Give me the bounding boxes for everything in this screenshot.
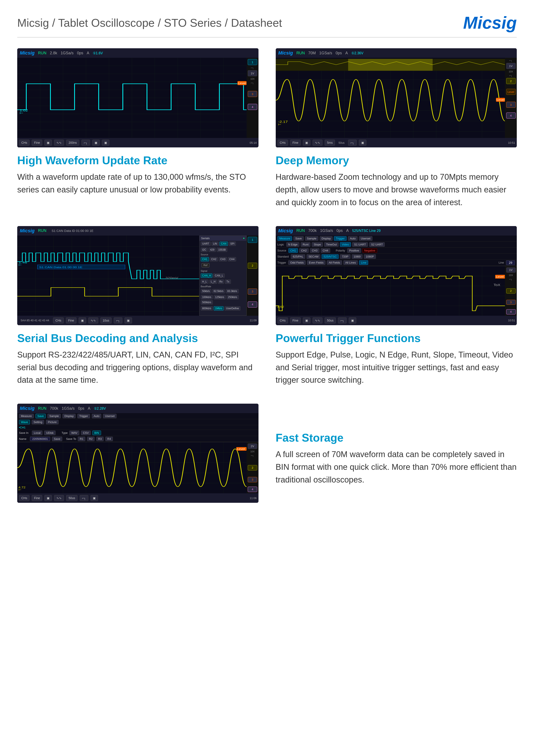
trig-secam[interactable]: SECAM (307, 254, 320, 259)
trig-measure[interactable]: Measure (277, 236, 292, 241)
trig-ch4-4[interactable]: CH4 (321, 248, 330, 253)
stor-picture[interactable]: Picture (46, 420, 58, 424)
btn-hl[interactable]: H_L (201, 280, 209, 284)
stor-local[interactable]: Local (32, 431, 42, 435)
stor-trigger[interactable]: Trigger (77, 414, 90, 418)
btn-ch1-3[interactable]: CH1 (201, 257, 209, 261)
stor-r3[interactable]: R3 (96, 437, 104, 441)
bottom-fine-4[interactable]: Fine (290, 317, 301, 323)
bottom-icon1-2[interactable]: ▣ (303, 140, 310, 146)
trig-trigger[interactable]: Trigger (334, 236, 346, 241)
trig-odd[interactable]: Odd Fields (288, 260, 306, 265)
bottom-icon3-2[interactable]: ▣ (359, 140, 367, 146)
trig-save[interactable]: Save (293, 236, 304, 241)
stor-auto[interactable]: Auto (92, 414, 101, 418)
btn-ch2-3[interactable]: CH2 (210, 257, 218, 261)
btn-lh[interactable]: L_H (209, 280, 217, 284)
btn-user[interactable]: UserDefine (224, 306, 241, 310)
trig-slope[interactable]: Slope (312, 242, 323, 247)
btn-lin[interactable]: LIN (212, 242, 219, 246)
bottom-time-3[interactable]: 10us (100, 317, 112, 323)
bottom-time-1[interactable]: 200ns (66, 140, 79, 146)
sidebar-btn-4[interactable]: 4 (248, 104, 257, 110)
btn-83k[interactable]: 83.3kb/s (226, 289, 239, 293)
sidebar-btn-2c[interactable]: 2 (248, 263, 257, 269)
sidebar-btn-3c[interactable]: 3 (248, 288, 257, 295)
btn-62k[interactable]: 62.5kb/s (212, 289, 225, 293)
bottom-fine-1[interactable]: Fine (32, 140, 42, 146)
btn-canl[interactable]: CAN_L (213, 274, 225, 278)
sidebar-btn-1c[interactable]: 1 (248, 237, 257, 243)
bottom-icon2-1[interactable]: ⌐┐ (81, 140, 90, 146)
trig-alllines[interactable]: All Lines (343, 260, 358, 265)
stor-measure[interactable]: Measure (19, 414, 34, 418)
trig-1080p[interactable]: 1080P (364, 254, 376, 259)
btn-rx[interactable]: Rx (218, 280, 224, 284)
btn-1553b[interactable]: 1553B (217, 248, 227, 252)
stor-setting[interactable]: Setting (32, 420, 44, 424)
trig-allfields[interactable]: All Fields (327, 260, 342, 265)
btn-ch4-3[interactable]: CH4 (228, 257, 236, 261)
bottom-icon3-3[interactable]: ▣ (124, 317, 132, 323)
sidebar-btn-3b[interactable]: 3 (506, 102, 516, 108)
trig-negative[interactable]: Negative (362, 248, 377, 253)
sidebar-btn-3d[interactable]: 3 (506, 300, 516, 305)
bottom-chs-5[interactable]: CHs (19, 495, 30, 501)
trig-1080i[interactable]: 1080I (352, 254, 363, 259)
trig-auto[interactable]: Auto (348, 236, 358, 241)
bottom-icon1-4[interactable]: ▣ (303, 317, 310, 323)
bottom-fine-5[interactable]: Fine (32, 495, 42, 501)
sidebar-btn-4b[interactable]: 4 (506, 113, 516, 119)
bottom-icon1-1[interactable]: ▣ (44, 140, 52, 146)
bottom-chs-3[interactable]: CHs (53, 317, 64, 323)
bottom-icon3-1[interactable]: ▣ (92, 140, 100, 146)
btn-ch3-3[interactable]: CH3 (219, 257, 227, 261)
bottom-chs-2[interactable]: CHs (277, 140, 288, 146)
btn-canh[interactable]: CAN_H (201, 274, 213, 278)
btn-uart[interactable]: UART (201, 242, 211, 246)
bottom-time-5[interactable]: 50us (66, 495, 77, 501)
bottom-wave-4[interactable]: ∿∿ (313, 317, 322, 323)
stor-wave[interactable]: Wave (19, 420, 30, 424)
btn-i2c[interactable]: I2C (201, 248, 208, 252)
sidebar-btn-2e[interactable]: 2 (248, 465, 257, 471)
stor-name-val[interactable]: 2205060001 (30, 437, 50, 441)
btn-100k[interactable]: 100kb/s (201, 295, 213, 299)
trig-timeout[interactable]: TimeOut (324, 242, 339, 247)
sidebar-btn-3e[interactable]: 3 (248, 477, 257, 482)
trig-runt[interactable]: Runt (301, 242, 310, 247)
panel-toggle[interactable]: ● (243, 237, 244, 240)
stor-display[interactable]: Display (63, 414, 76, 418)
bottom-wave-3[interactable]: ∿∿ (88, 317, 98, 323)
sidebar-btn-2d[interactable]: 2 (506, 288, 516, 293)
trig-line-btn[interactable]: Line (359, 260, 369, 265)
trig-line-value[interactable]: 29 (506, 260, 515, 265)
sidebar-btn-1[interactable]: 1 (248, 59, 257, 65)
bottom-fine-3[interactable]: Fine (66, 317, 76, 323)
btn-50k[interactable]: 50kb/s (201, 289, 211, 293)
bottom-chs-4[interactable]: CHs (277, 317, 288, 323)
trig-positive[interactable]: Positive (347, 248, 361, 253)
bottom-icon2-4[interactable]: ⌐┐ (338, 317, 346, 323)
sidebar-btn-3[interactable]: 3 (248, 91, 257, 97)
sidebar-level-2[interactable]: Level (506, 89, 516, 95)
stor-save[interactable]: Save (36, 414, 46, 418)
trig-ch2-4[interactable]: CH2 (299, 248, 309, 253)
stor-bin[interactable]: BIN (92, 431, 101, 435)
stor-wav[interactable]: WAV (69, 431, 79, 435)
trig-userset[interactable]: Userset (359, 236, 372, 241)
trig-ntsc[interactable]: 525/NTSC (321, 254, 339, 259)
sidebar-btn-4c[interactable]: 4 (248, 302, 257, 308)
btn-250k[interactable]: 250kb/s (227, 295, 239, 299)
bottom-icon3-4[interactable]: ▣ (349, 317, 356, 323)
bottom-chs-1[interactable]: CHs (19, 140, 30, 146)
bottom-time-2[interactable]: 5ms (325, 140, 335, 146)
bottom-wave-1[interactable]: ∿∿ (54, 140, 64, 146)
trig-pal[interactable]: 625/PAL (291, 254, 305, 259)
bottom-icon2-5[interactable]: ⌐┐ (80, 495, 88, 501)
bottom-icon1-5[interactable]: ▣ (44, 495, 52, 501)
trig-nedge[interactable]: N Edge (286, 242, 299, 247)
bottom-icon4-1[interactable]: ▣ (102, 140, 110, 146)
trig-video[interactable]: Video (340, 242, 351, 247)
btn-can[interactable]: CAN (219, 242, 228, 246)
